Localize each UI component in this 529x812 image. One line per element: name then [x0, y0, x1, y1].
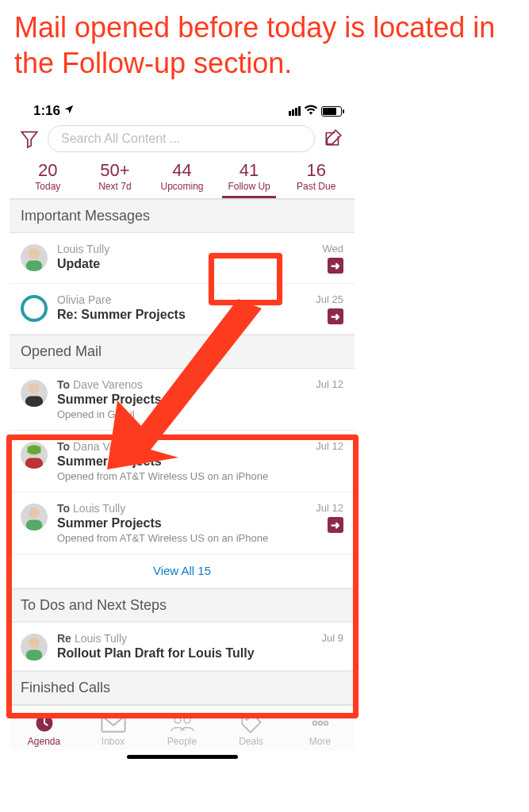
tab-label: Today [16, 181, 80, 192]
item-right: Jul 12 ➜ [304, 502, 343, 533]
item-meta: Opened from AT&T Wireless US on an iPhon… [57, 470, 294, 482]
envelope-icon [79, 712, 148, 734]
item-meta: Opened from AT&T Wireless US on an iPhon… [57, 532, 294, 544]
svg-point-17 [324, 722, 328, 726]
svg-rect-9 [26, 649, 42, 661]
people-icon [148, 712, 217, 734]
tab-followup[interactable]: 41 Follow Up [216, 159, 283, 198]
top-row: Search All Content ... [10, 121, 355, 155]
nav-label: Inbox [79, 736, 148, 747]
tab-today[interactable]: 20 Today [14, 159, 82, 198]
home-indicator [127, 755, 238, 759]
nav-more[interactable]: More [286, 712, 355, 747]
tab-count: 41 [217, 162, 282, 179]
item-from: ToDave Varenos [57, 378, 294, 391]
wifi-icon [304, 103, 318, 119]
tab-count: 16 [284, 162, 348, 179]
list-item[interactable]: ToLouis Tully Summer Projects Opened fro… [10, 492, 355, 554]
item-right: Jul 25 ➜ [304, 293, 343, 324]
item-body: ReLouis Tully Rollout Plan Draft for Lou… [57, 632, 294, 661]
item-from: ReLouis Tully [57, 632, 294, 645]
item-right: Jul 12 [304, 378, 343, 390]
item-subject: Rollout Plan Draft for Louis Tully [57, 646, 294, 661]
tab-count: 44 [150, 162, 214, 179]
view-all-row: View All 15 [10, 554, 355, 588]
item-meta: Opened in Gmail [57, 408, 294, 420]
section-todos-header: To Dos and Next Steps [10, 588, 355, 622]
list-item[interactable]: ReLouis Tully Rollout Plan Draft for Lou… [10, 622, 355, 671]
list-item[interactable]: Louis Tully Update Wed ➜ [10, 233, 355, 284]
item-body: Louis Tully Update [57, 243, 294, 271]
item-date: Jul 12 [304, 502, 343, 514]
phone-frame: 1:16 Search All Content ... 20 Today [10, 97, 355, 764]
svg-rect-3 [25, 396, 43, 407]
forward-arrow-icon[interactable]: ➜ [328, 308, 343, 324]
item-date: Jul 25 [304, 293, 343, 305]
status-bar: 1:16 [10, 97, 355, 121]
item-from: ToDana Varenos [57, 440, 294, 453]
list-item[interactable]: Olivia Pare Re: Summer Projects Jul 25 ➜ [10, 284, 355, 335]
tab-label: Next 7d [83, 181, 148, 192]
avatar [21, 380, 48, 407]
forward-arrow-icon[interactable]: ➜ [328, 517, 343, 533]
clock-icon [10, 712, 79, 734]
tab-upcoming[interactable]: 44 Upcoming [148, 159, 216, 198]
nav-agenda[interactable]: Agenda [10, 712, 79, 747]
item-right: Jul 12 [304, 440, 343, 452]
forward-arrow-icon[interactable]: ➜ [328, 258, 343, 274]
item-subject: Update [57, 257, 294, 271]
nav-people[interactable]: People [148, 712, 217, 747]
item-from: ToLouis Tully [57, 502, 294, 515]
svg-point-2 [29, 383, 40, 394]
item-subject: Summer Projects [57, 516, 294, 530]
item-subject: Summer Projects [57, 454, 294, 469]
svg-point-0 [29, 248, 40, 259]
tab-count: 20 [16, 162, 80, 179]
item-subject: Summer Projects [57, 393, 294, 407]
svg-point-12 [174, 717, 181, 723]
search-placeholder: Search All Content ... [61, 132, 180, 146]
svg-point-16 [318, 722, 322, 726]
search-input[interactable]: Search All Content ... [48, 125, 315, 152]
compose-icon[interactable] [323, 128, 345, 150]
item-body: ToDana Varenos Summer Projects Opened fr… [57, 440, 294, 482]
item-right: Wed ➜ [304, 243, 343, 274]
filter-icon[interactable] [19, 128, 40, 149]
avatar [21, 244, 48, 271]
item-subject: Re: Summer Projects [57, 308, 294, 322]
tab-next7d[interactable]: 50+ Next 7d [82, 159, 149, 198]
list-item[interactable]: ToDana Varenos Summer Projects Opened fr… [10, 431, 355, 492]
nav-deals[interactable]: Deals [217, 712, 286, 747]
section-opened-header: Opened Mail [10, 335, 355, 369]
svg-point-15 [312, 722, 316, 726]
item-body: ToDave Varenos Summer Projects Opened in… [57, 378, 294, 420]
tag-icon [217, 712, 286, 734]
svg-point-14 [245, 717, 248, 720]
list-item[interactable]: ToDave Varenos Summer Projects Opened in… [10, 369, 355, 431]
annotation-text: Mail opened before today is located in t… [0, 0, 529, 90]
avatar [21, 634, 48, 661]
avatar [21, 442, 48, 469]
svg-rect-7 [26, 519, 42, 530]
tab-label: Follow Up [217, 181, 282, 192]
svg-rect-11 [102, 714, 125, 731]
item-body: ToLouis Tully Summer Projects Opened fro… [57, 502, 294, 544]
tab-strip: 20 Today 50+ Next 7d 44 Upcoming 41 Foll… [10, 155, 355, 199]
avatar [21, 504, 48, 530]
battery-icon [321, 106, 342, 117]
tab-pastdue[interactable]: 16 Past Due [282, 159, 350, 198]
view-all-link[interactable]: View All 15 [153, 564, 211, 577]
item-date: Jul 12 [304, 378, 343, 390]
svg-point-13 [184, 717, 190, 723]
item-date: Jul 9 [304, 632, 343, 644]
tab-label: Upcoming [150, 181, 214, 192]
item-from: Olivia Pare [57, 293, 294, 306]
svg-point-8 [29, 638, 40, 649]
status-time: 1:16 [33, 103, 60, 119]
bottom-nav: Agenda Inbox People Deals More [10, 705, 355, 750]
nav-inbox[interactable]: Inbox [79, 712, 148, 747]
svg-rect-1 [26, 260, 42, 271]
svg-rect-5 [25, 458, 43, 469]
item-body: Olivia Pare Re: Summer Projects [57, 293, 294, 322]
nav-label: More [286, 736, 355, 747]
